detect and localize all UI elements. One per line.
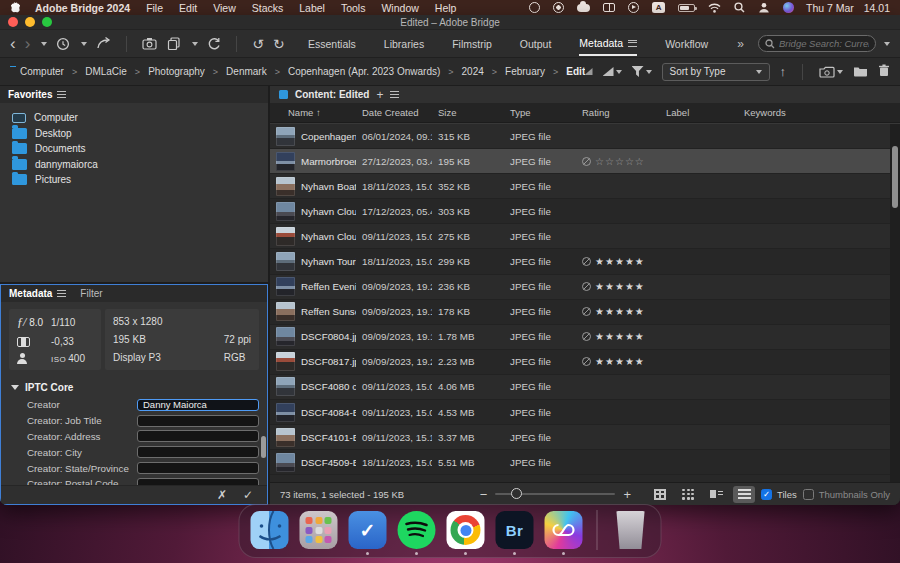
menu-item-tools[interactable]: Tools — [341, 2, 366, 14]
thumbnail-size-slider[interactable] — [495, 493, 615, 495]
table-row[interactable]: Reffen Sunset...09/09/2023, 19.18...178 … — [270, 300, 900, 325]
grid-view-button[interactable] — [649, 486, 671, 503]
breadcrumb-item-1[interactable]: DMLaCie — [85, 66, 127, 77]
menu-item-view[interactable]: View — [213, 2, 236, 14]
dock-app-bridge[interactable]: Br — [496, 511, 534, 549]
menu-item-label[interactable]: Label — [299, 2, 325, 14]
tabs-overflow-button[interactable]: » — [737, 37, 744, 51]
no-rating-icon[interactable] — [582, 357, 591, 366]
no-rating-icon[interactable] — [582, 332, 591, 341]
sidebar-item-pictures[interactable]: Pictures — [12, 172, 268, 188]
cancel-metadata-button[interactable]: ✗ — [217, 488, 227, 502]
dock-app-spotify[interactable] — [398, 511, 436, 549]
redo-button[interactable]: ↻ — [273, 37, 285, 51]
details-view-button[interactable] — [705, 486, 727, 503]
breadcrumb-item-2[interactable]: Photography — [148, 66, 205, 77]
new-folder-button[interactable] — [853, 65, 868, 79]
star-rating[interactable]: ★★★★★ — [595, 331, 645, 342]
menu-item-stacks[interactable]: Stacks — [252, 2, 284, 14]
breadcrumb-item-4[interactable]: Copenhagen (Apr. 2023 Onwards) — [288, 66, 440, 77]
nav-dropdown-icon[interactable] — [41, 42, 47, 46]
back-button[interactable]: ‹ — [10, 35, 16, 52]
search-input[interactable] — [779, 38, 869, 49]
tab-workflow[interactable]: Workflow — [665, 32, 708, 55]
battery-icon[interactable] — [678, 4, 695, 12]
dock-app-things[interactable]: ✓ — [349, 511, 387, 549]
table-row[interactable]: DSCF4509-En...18/11/2023, 15.02...5.51 M… — [270, 450, 900, 475]
star-rating[interactable]: ★★★★★ — [595, 281, 645, 292]
larger-thumbnails-button[interactable]: + — [623, 487, 631, 502]
wifi-icon[interactable] — [708, 3, 721, 13]
slider-thumb[interactable] — [511, 488, 522, 499]
no-rating-icon[interactable] — [582, 282, 591, 291]
star-rating[interactable]: ★★★★★ — [595, 306, 645, 317]
input-source-icon[interactable]: A — [652, 2, 665, 13]
sidebar-item-dannymaiorca[interactable]: dannymaiorca — [12, 157, 268, 173]
siri-icon[interactable] — [783, 2, 794, 13]
tab-essentials[interactable]: Essentials — [308, 32, 356, 55]
column-header-name[interactable]: Name ↑ — [270, 107, 356, 118]
sort-dropdown[interactable]: Sort by Type — [662, 63, 770, 81]
star-rating[interactable]: ★★★★★ — [595, 256, 645, 267]
tab-filmstrip[interactable]: Filmstrip — [452, 32, 492, 55]
table-row[interactable]: Nyhavn Cloud...17/12/2023, 05.48...303 K… — [270, 199, 900, 224]
column-header-date-created[interactable]: Date Created — [356, 107, 432, 118]
tab-metadata[interactable]: Metadata — [579, 31, 637, 56]
smaller-thumbnails-button[interactable]: − — [480, 487, 488, 502]
apple-logo-icon[interactable] — [10, 2, 21, 13]
breadcrumb-item-0[interactable]: Computer — [20, 66, 64, 77]
boomerang-button[interactable] — [96, 37, 111, 50]
column-header-size[interactable]: Size — [432, 107, 504, 118]
field-input-creator-city[interactable] — [137, 446, 259, 458]
delete-item-button[interactable] — [878, 64, 890, 79]
export-button[interactable] — [819, 66, 843, 78]
import-from-camera-button[interactable] — [142, 37, 158, 50]
no-rating-icon[interactable] — [582, 307, 591, 316]
menu-app-name[interactable]: Adobe Bridge 2024 — [35, 2, 130, 14]
menu-item-file[interactable]: File — [146, 2, 163, 14]
table-row[interactable]: Marmorbroen...27/12/2023, 03.42...195 KB… — [270, 149, 900, 174]
copy-dropdown-icon[interactable] — [192, 42, 198, 46]
field-input-creator-postal-code[interactable] — [137, 478, 259, 485]
lens-icon[interactable] — [553, 2, 564, 13]
thumbnails-only-checkbox[interactable] — [803, 489, 814, 500]
star-rating[interactable]: ☆☆☆☆☆ — [595, 156, 645, 167]
dock-app-chrome[interactable] — [447, 511, 485, 549]
dock-app-creative-cloud[interactable] — [545, 511, 583, 549]
breadcrumb-item-5[interactable]: 2024 — [462, 66, 484, 77]
table-row[interactable]: DSCF0817.jpg09/09/2023, 19.20...2.23 MBJ… — [270, 350, 900, 375]
breadcrumb-item-3[interactable]: Denmark — [226, 66, 267, 77]
field-input-creator-job-title[interactable] — [137, 415, 259, 427]
panel-menu-icon[interactable] — [57, 290, 66, 297]
tiles-toggle[interactable]: ✓ Tiles — [761, 489, 797, 500]
copy-files-button[interactable] — [167, 37, 181, 50]
quality-dropdown-icon[interactable] — [616, 70, 622, 74]
table-row[interactable]: DSCF0804.jpg09/09/2023, 19.18...1.78 MBJ… — [270, 325, 900, 350]
menubar-date[interactable]: Thu 7 Mar — [806, 2, 854, 14]
no-rating-icon[interactable] — [582, 157, 591, 166]
breadcrumb-item-6[interactable]: February — [505, 66, 545, 77]
column-header-type[interactable]: Type — [504, 107, 576, 118]
cloud-services-icon[interactable] — [577, 4, 590, 12]
add-content-tab-button[interactable]: + — [376, 88, 383, 102]
tab-filter[interactable]: Filter — [80, 288, 102, 299]
tab-libraries[interactable]: Libraries — [384, 32, 424, 55]
play-circle-icon[interactable] — [628, 2, 639, 13]
thumbnail-view-button[interactable] — [677, 486, 699, 503]
table-row[interactable]: Nyhavn Cloud...09/11/2023, 15.08...275 K… — [270, 224, 900, 249]
refresh-button[interactable] — [207, 37, 221, 51]
bridge-search-box[interactable] — [758, 35, 876, 52]
dock-app-trash[interactable] — [612, 511, 650, 549]
account-icon[interactable] — [758, 2, 770, 13]
tiles-checkbox[interactable]: ✓ — [761, 489, 772, 500]
spotlight-icon[interactable] — [734, 2, 745, 13]
metadata-scrollbar[interactable] — [261, 436, 266, 458]
sidebar-item-desktop[interactable]: Desktop — [12, 126, 268, 142]
dock-app-finder[interactable] — [251, 511, 289, 549]
menubar-time[interactable]: 14.01 — [864, 2, 890, 14]
thumbnail-quality-options-icon[interactable] — [603, 67, 614, 76]
search-scope-dropdown-icon[interactable] — [884, 42, 890, 46]
panel-menu-icon[interactable] — [57, 91, 66, 98]
column-header-label[interactable]: Label — [660, 107, 738, 118]
star-rating[interactable]: ★★★★★ — [595, 356, 645, 367]
